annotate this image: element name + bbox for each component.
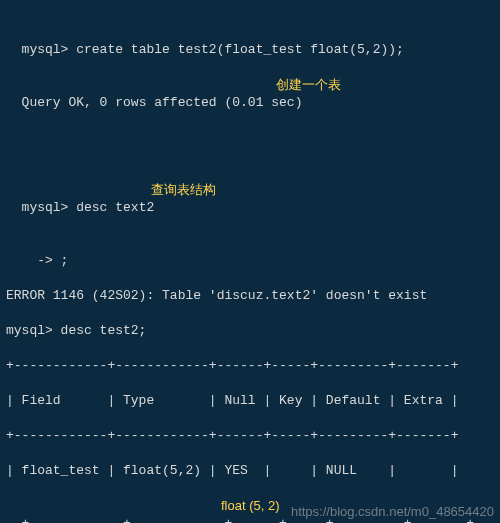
error-1146: ERROR 1146 (42S02): Table 'discuz.text2'… xyxy=(6,288,427,303)
prompt: mysql> xyxy=(6,323,61,338)
sql-create-table: create table test2(float_test float(5,2)… xyxy=(76,42,404,57)
query-ok-1: Query OK, 0 rows affected (0.01 sec) xyxy=(22,95,303,110)
table-border: +------------+------------+------+-----+… xyxy=(6,357,494,375)
annotation-create-table: 创建一个表 xyxy=(276,76,341,94)
sql-desc-wrong: desc text2 xyxy=(76,200,154,215)
annotation-float-1: float (5, 2) xyxy=(221,497,280,515)
table-header: | Field | Type | Null | Key | Default | … xyxy=(6,392,494,410)
prompt: mysql> xyxy=(22,200,77,215)
table-row: | float_test | float(5,2) | YES | | NULL… xyxy=(6,462,494,480)
annotation-desc: 查询表结构 xyxy=(151,181,216,199)
prompt: mysql> xyxy=(22,42,77,57)
terminal[interactable]: mysql> create table test2(float_test flo… xyxy=(0,0,500,523)
continuation: -> ; xyxy=(6,253,68,268)
sql-desc-test2: desc test2; xyxy=(61,323,147,338)
watermark: https://blog.csdn.net/m0_48654420 xyxy=(291,503,494,521)
table-border: +------------+------------+------+-----+… xyxy=(6,427,494,445)
